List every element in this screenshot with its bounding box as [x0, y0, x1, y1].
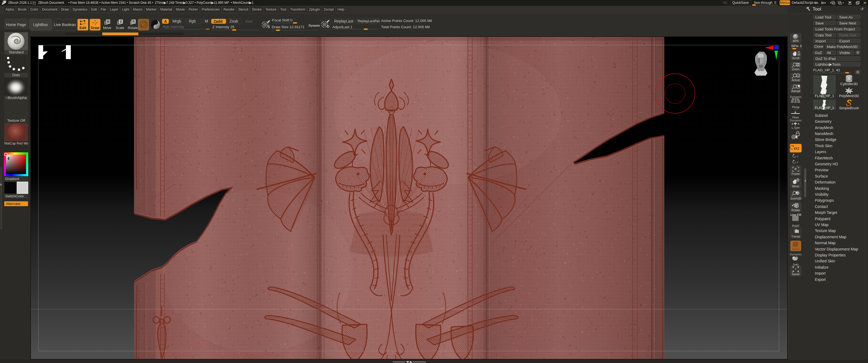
svg-text:M: M — [106, 20, 110, 24]
svg-text:S: S — [120, 20, 122, 24]
svg-text:XYZ: XYZ — [794, 147, 799, 150]
svg-text:z: z — [797, 161, 798, 163]
svg-text:D: D — [327, 24, 329, 29]
svg-text:y: y — [797, 155, 798, 158]
svg-text:S: S — [268, 25, 270, 29]
svg-text:x1: x1 — [797, 74, 799, 77]
svg-text:R: R — [132, 20, 135, 24]
